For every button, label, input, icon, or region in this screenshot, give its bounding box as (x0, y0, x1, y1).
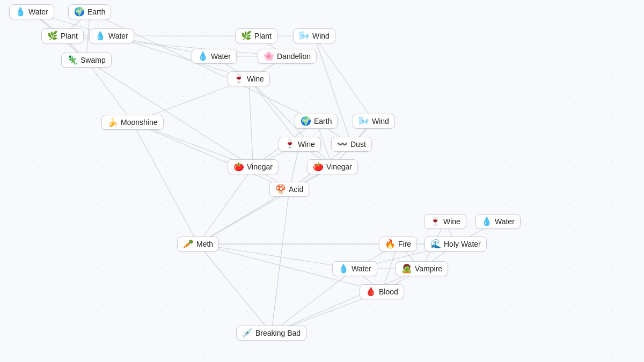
node-label-plant2: Plant (254, 32, 272, 40)
node-icon-dust1: 〰️ (337, 140, 348, 149)
node-icon-acid1: 🍄 (275, 185, 286, 194)
node-wine1[interactable]: 🍷Wine (228, 71, 270, 86)
node-fire1[interactable]: 🔥Fire (379, 237, 417, 252)
node-label-acid1: Acid (289, 185, 303, 194)
connection-moonshine1-meth1 (133, 122, 198, 244)
node-label-vinegar1: Vinegar (247, 162, 273, 171)
node-icon-vampire1: 🧟 (401, 264, 412, 273)
node-icon-earth2: 🌍 (301, 117, 311, 125)
node-acid1[interactable]: 🍄Acid (269, 182, 309, 197)
node-icon-dandelion1: 🌸 (264, 52, 274, 61)
node-wine2[interactable]: 🍷Wine (279, 137, 321, 152)
node-plant2[interactable]: 🌿Plant (235, 28, 277, 43)
node-label-wine3: Wine (443, 217, 460, 226)
node-wind2[interactable]: 🌬️Wind (353, 114, 395, 129)
node-moonshine1[interactable]: 🍌Moonshine (101, 115, 164, 130)
node-water3[interactable]: 💧Water (192, 49, 237, 64)
node-label-water1: Water (28, 8, 48, 16)
node-icon-wind2: 🌬️ (358, 117, 369, 125)
node-wind1[interactable]: 🌬️Wind (293, 28, 335, 43)
node-icon-earth1: 🌍 (74, 8, 85, 16)
node-icon-wine2: 🍷 (284, 140, 295, 149)
node-label-wind1: Wind (312, 32, 330, 40)
node-label-holywater1: Holy Water (444, 240, 481, 248)
connection-vampire1-breakingbad1 (272, 269, 422, 333)
node-label-moonshine1: Moonshine (121, 118, 158, 127)
node-water5[interactable]: 💧Water (332, 261, 377, 276)
node-blood1[interactable]: 🩸Blood (360, 284, 404, 299)
node-label-water3: Water (211, 52, 231, 61)
node-icon-swamp1: 🦎 (67, 56, 78, 64)
node-icon-water2: 💧 (95, 32, 106, 40)
node-wine3[interactable]: 🍷Wine (424, 214, 466, 229)
node-icon-wine3: 🍷 (430, 217, 441, 226)
node-label-blood1: Blood (379, 287, 398, 296)
node-label-vampire1: Vampire (415, 264, 442, 273)
connection-wind1-wind2 (314, 36, 374, 121)
node-label-breakingbad1: Breaking Bad (255, 329, 301, 337)
node-icon-meth1: 🥕 (183, 240, 194, 248)
node-icon-blood1: 🩸 (365, 287, 376, 296)
node-vinegar2[interactable]: 🍅Vinegar (307, 159, 358, 174)
connection-meth1-water5 (198, 244, 355, 269)
connection-wine1-vinegar1 (248, 79, 253, 167)
node-icon-moonshine1: 🍌 (107, 118, 118, 127)
node-swamp1[interactable]: 🦎Swamp (61, 53, 112, 68)
node-label-water5: Water (352, 264, 371, 273)
node-label-meth1: Meth (196, 240, 213, 248)
node-meth1[interactable]: 🥕Meth (177, 237, 219, 252)
node-label-fire1: Fire (398, 240, 411, 248)
connection-water5-breakingbad1 (272, 269, 355, 333)
node-vinegar1[interactable]: 🍅Vinegar (228, 159, 279, 174)
node-icon-breakingbad1: 💉 (242, 329, 253, 337)
connection-moonshine1-acid1 (133, 122, 289, 189)
node-icon-water5: 💧 (338, 264, 349, 273)
connection-meth1-breakingbad1 (198, 244, 271, 333)
node-vampire1[interactable]: 🧟Vampire (396, 261, 448, 276)
node-icon-fire1: 🔥 (385, 240, 396, 248)
node-icon-vinegar1: 🍅 (233, 162, 244, 171)
node-holywater1[interactable]: 🌊Holy Water (425, 237, 487, 252)
node-icon-plant2: 🌿 (241, 32, 252, 40)
node-icon-wind1: 🌬️ (299, 32, 310, 40)
node-icon-water4: 💧 (481, 217, 492, 226)
connection-acid1-meth1 (198, 189, 289, 244)
connection-vinegar2-meth1 (198, 167, 332, 244)
connection-wine1-wine2 (248, 79, 299, 144)
node-earth2[interactable]: 🌍Earth (295, 114, 338, 129)
node-label-dandelion1: Dandelion (277, 52, 311, 61)
node-label-swamp1: Swamp (80, 56, 106, 64)
node-label-plant1: Plant (61, 32, 78, 40)
node-breakingbad1[interactable]: 💉Breaking Bad (236, 326, 306, 341)
node-dust1[interactable]: 〰️Dust (331, 137, 372, 152)
node-water1[interactable]: 💧Water (9, 4, 54, 19)
node-icon-vinegar2: 🍅 (313, 162, 324, 171)
node-icon-wine1: 🍷 (233, 75, 244, 83)
node-water4[interactable]: 💧Water (475, 214, 521, 229)
node-label-earth2: Earth (314, 117, 332, 125)
node-icon-holywater1: 🌊 (430, 240, 441, 248)
node-label-wind2: Wind (372, 117, 389, 125)
node-icon-water1: 💧 (15, 8, 26, 16)
node-label-wine2: Wine (298, 140, 315, 149)
node-label-earth1: Earth (87, 8, 105, 16)
node-dandelion1[interactable]: 🌸Dandelion (258, 49, 317, 64)
connection-swamp1-moonshine1 (86, 60, 133, 122)
node-plant1[interactable]: 🌿Plant (41, 28, 84, 43)
node-label-dust1: Dust (350, 140, 366, 149)
connection-vinegar1-meth1 (198, 167, 253, 244)
node-label-water2: Water (108, 32, 128, 40)
connection-acid1-breakingbad1 (272, 189, 290, 333)
node-label-wine1: Wine (247, 75, 264, 83)
node-label-water4: Water (495, 217, 515, 226)
node-icon-water3: 💧 (197, 52, 208, 61)
node-icon-plant1: 🌿 (47, 32, 58, 40)
node-earth1[interactable]: 🌍Earth (68, 4, 111, 19)
node-water2[interactable]: 💧Water (89, 28, 134, 43)
node-label-vinegar2: Vinegar (326, 162, 352, 171)
